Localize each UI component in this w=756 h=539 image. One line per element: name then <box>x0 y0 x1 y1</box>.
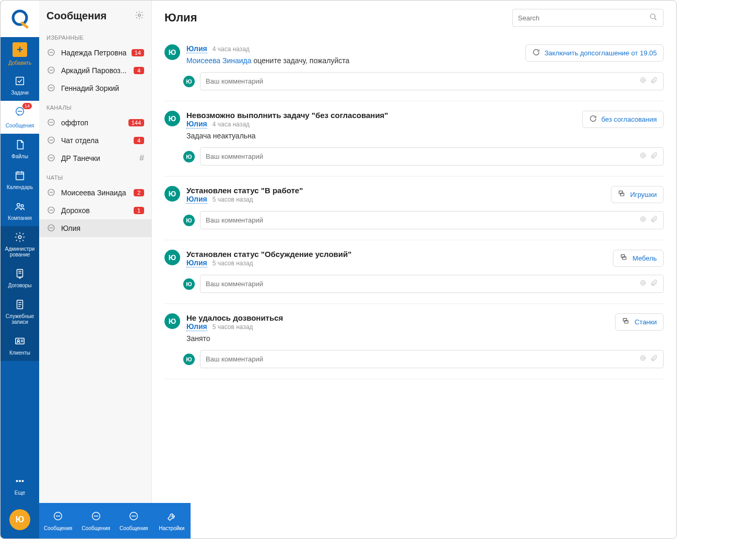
mention-icon[interactable] <box>639 354 647 364</box>
svg-point-7 <box>17 204 20 207</box>
feed: ЮЮлия4 часа назадМоисеева Зинаида оценит… <box>152 31 676 538</box>
comment-input-wrap[interactable] <box>200 350 664 368</box>
comment-input-wrap[interactable] <box>200 211 664 229</box>
svg-point-21 <box>52 52 53 53</box>
sidebar-item-chat[interactable]: Моисеева Зинаида2 <box>39 184 151 202</box>
comment-input-wrap[interactable] <box>200 147 664 166</box>
rail-files[interactable]: Файлы <box>1 134 39 165</box>
post-timestamp: 5 часов назад <box>212 323 253 331</box>
sidebar-item-chat[interactable]: Юлия <box>39 219 151 237</box>
sidebar-item-favorite[interactable]: Аркадий Паровоз...4 <box>39 62 151 79</box>
author-avatar[interactable]: Ю <box>164 250 180 265</box>
sidebar-item-favorite[interactable]: Надежда Петровна14 <box>39 44 151 62</box>
rail-tasks[interactable]: Задачи <box>1 70 39 101</box>
mention-icon[interactable] <box>639 76 647 86</box>
mention-icon[interactable] <box>639 215 647 225</box>
related-task-pill[interactable]: Игрушки <box>611 186 664 203</box>
author-link[interactable]: Юлия <box>186 322 207 331</box>
author-link[interactable]: Юлия <box>186 120 207 128</box>
svg-point-51 <box>50 228 50 228</box>
post: ЮНевозможно выполнить задачу "без соглас… <box>164 101 664 177</box>
tab-messages-1[interactable]: Сообщения <box>39 503 77 538</box>
svg-point-43 <box>50 192 50 193</box>
svg-point-74 <box>642 282 644 284</box>
author-avatar[interactable]: Ю <box>164 313 180 329</box>
attach-icon[interactable] <box>650 279 658 289</box>
svg-point-56 <box>58 515 58 516</box>
sidebar-item-channel[interactable]: Чат отдела4 <box>39 132 151 149</box>
sidebar-settings-icon[interactable] <box>135 10 144 22</box>
unread-badge: 2 <box>134 189 144 196</box>
post-title: Установлен статус "В работе" <box>186 186 605 195</box>
comment-input[interactable] <box>206 216 636 224</box>
comment-input-wrap[interactable] <box>200 275 664 293</box>
mention-link[interactable]: Моисеева Зинаида <box>186 56 252 65</box>
current-user-avatar[interactable]: Ю <box>9 509 30 530</box>
author-avatar[interactable]: Ю <box>164 186 180 202</box>
related-task-pill[interactable]: Мебель <box>613 250 664 267</box>
document-check-icon <box>14 268 26 279</box>
svg-point-39 <box>50 158 50 158</box>
search-box[interactable] <box>512 9 664 27</box>
related-task-pill[interactable]: Станки <box>615 313 664 331</box>
svg-point-29 <box>52 88 53 88</box>
comment-input[interactable] <box>206 355 636 363</box>
svg-point-24 <box>51 70 52 71</box>
mention-icon[interactable] <box>639 279 647 289</box>
sidebar-item-chat[interactable]: Дорохов1 <box>39 202 151 219</box>
svg-point-40 <box>51 158 52 158</box>
check-square-icon <box>14 75 26 87</box>
svg-point-9 <box>18 236 21 239</box>
note-icon <box>14 299 26 310</box>
comment-input[interactable] <box>206 153 636 160</box>
attach-icon[interactable] <box>650 76 658 86</box>
mention-icon[interactable] <box>639 151 647 161</box>
app-window: + Добавить Задачи 14 Сообщения Файлы Кал… <box>0 0 677 539</box>
comment-input[interactable] <box>206 77 636 85</box>
sidebar-item-label: Аркадий Паровоз... <box>61 66 134 75</box>
attach-icon[interactable] <box>650 354 658 364</box>
post-title: Установлен статус "Обсуждение условий" <box>186 250 607 259</box>
attach-icon[interactable] <box>650 151 658 161</box>
svg-rect-1 <box>16 77 24 85</box>
rail-company[interactable]: Компания <box>1 195 39 226</box>
rail-more[interactable]: Еще <box>1 470 39 501</box>
unread-badge: 1 <box>134 207 144 214</box>
plus-icon: + <box>13 42 27 57</box>
tab-messages-2[interactable]: Сообщения <box>77 503 115 538</box>
app-logo[interactable] <box>1 1 39 37</box>
svg-point-53 <box>52 228 53 228</box>
comment-input-wrap[interactable] <box>200 72 664 90</box>
pill-label: Станки <box>634 318 657 326</box>
rail-clients[interactable]: Клиенты <box>1 330 39 361</box>
related-task-pill[interactable]: без согласования <box>582 111 664 128</box>
sidebar-item-channel[interactable]: ДР Танечки# <box>39 149 151 167</box>
rail-add[interactable]: + Добавить <box>1 37 39 70</box>
svg-point-67 <box>642 79 644 81</box>
tab-messages-3[interactable]: Сообщения <box>115 503 153 538</box>
comment-input[interactable] <box>206 280 636 288</box>
tab-settings[interactable]: Настройки <box>153 503 191 538</box>
rail-contracts[interactable]: Договоры <box>1 263 39 294</box>
author-avatar[interactable]: Ю <box>164 44 180 60</box>
stack-icon <box>620 253 628 263</box>
stack-icon <box>618 190 626 200</box>
sidebar-item-channel[interactable]: оффтоп144 <box>39 114 151 132</box>
rail-messages[interactable]: 14 Сообщения <box>1 101 39 134</box>
author-link[interactable]: Юлия <box>186 44 207 53</box>
author-link[interactable]: Юлия <box>186 259 207 267</box>
sidebar-item-favorite[interactable]: Геннадий Зоркий <box>39 79 151 97</box>
related-task-pill[interactable]: Заключить допсоглашение от 19.05 <box>525 44 664 62</box>
attach-icon[interactable] <box>650 215 658 225</box>
search-icon <box>648 12 658 24</box>
svg-point-57 <box>60 515 60 516</box>
author-link[interactable]: Юлия <box>186 195 207 204</box>
rail-memos[interactable]: Служебные записи <box>1 294 39 330</box>
rail-calendar[interactable]: Календарь <box>1 165 39 195</box>
search-input[interactable] <box>518 14 648 22</box>
hash-icon: # <box>139 154 144 163</box>
svg-point-66 <box>651 14 655 19</box>
author-avatar[interactable]: Ю <box>164 111 180 126</box>
svg-point-4 <box>20 111 20 112</box>
rail-admin[interactable]: Администри рование <box>1 226 39 263</box>
